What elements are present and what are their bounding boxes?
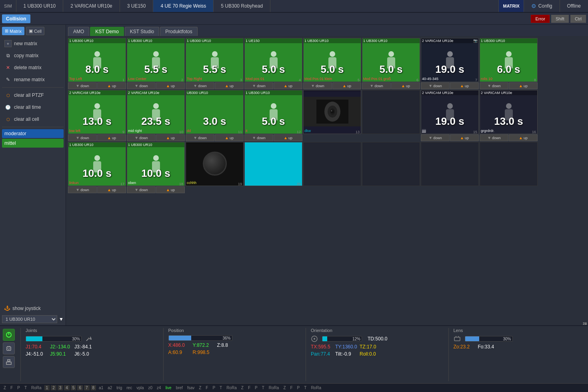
cell-15-down[interactable]: ▼ down bbox=[421, 134, 450, 141]
view-cell-btn[interactable]: ▣ Cell bbox=[26, 27, 44, 35]
robot-icon-btn[interactable] bbox=[3, 342, 15, 354]
sub-tab-produktfotos[interactable]: Produktfotos bbox=[160, 27, 197, 36]
new-matrix-btn[interactable]: + new matrix bbox=[2, 38, 64, 49]
cell-18[interactable]: 1 UB300 UR10 10.0 s oben 18 bbox=[127, 142, 185, 186]
cell-12-down[interactable]: ▼ down bbox=[244, 134, 273, 141]
cell-6[interactable]: 1 UB300 UR10 5.0 s Mod Pos 01 groß 6 bbox=[362, 38, 420, 82]
delete-matrix-btn[interactable]: ✕ delete matrix bbox=[2, 62, 64, 73]
cell-10[interactable]: 2 VARICAM UR10e 23.5 s mid right 10 bbox=[127, 90, 185, 134]
cell-7[interactable]: 2 VARICAM UR10e📷 19.0 s 40-45-345 7 bbox=[421, 38, 479, 82]
cell-4-down[interactable]: ▼ down bbox=[244, 82, 273, 89]
cell-17-up[interactable]: ▲ up bbox=[97, 186, 126, 193]
cell-1[interactable]: 1 UB300 UR10 8.0 s Top Left 1 bbox=[68, 38, 126, 82]
cell-1-up[interactable]: ▲ up bbox=[97, 82, 126, 89]
tab-config[interactable]: ⚙ Config bbox=[524, 0, 560, 12]
cell-22[interactable]: 22 bbox=[362, 142, 420, 186]
cell-21[interactable]: 21 bbox=[303, 142, 361, 186]
rename-matrix-btn[interactable]: ✎ rename matrix bbox=[2, 74, 64, 85]
lens-slider[interactable]: 30% bbox=[465, 336, 513, 342]
cell-10-up[interactable]: ▲ up bbox=[156, 134, 185, 141]
cell-7-up[interactable]: ▲ up bbox=[450, 82, 479, 89]
cell-10-down[interactable]: ▼ down bbox=[127, 134, 156, 141]
cell-11-up[interactable]: ▲ up bbox=[215, 134, 244, 141]
cell-24[interactable]: 24 bbox=[480, 142, 538, 186]
cell-15[interactable]: 2 VARICAM UR10e 19.0 s jjjjj 15 bbox=[421, 90, 479, 134]
cell-2-up[interactable]: ▲ up bbox=[156, 82, 185, 89]
cell-6-down[interactable]: ▼ down bbox=[362, 82, 391, 89]
device-dropdown[interactable]: 1 UB300 UR10 bbox=[2, 315, 57, 323]
cell-16-down[interactable]: ▼ down bbox=[480, 134, 508, 141]
tab-3[interactable]: 3 UE150 bbox=[120, 0, 154, 12]
cell-18-down[interactable]: ▼ down bbox=[127, 186, 156, 193]
down-arrow-icon: ▼ bbox=[487, 136, 491, 140]
cell-12[interactable]: 1 UB300 UR10 5.0 s it 12 bbox=[244, 90, 302, 134]
cell-12-up[interactable]: ▲ up bbox=[274, 134, 302, 141]
clear-ptzf-btn[interactable]: ⬡ clear all PTZF bbox=[2, 90, 64, 101]
cell-5-down[interactable]: ▼ down bbox=[303, 82, 332, 89]
cell-15-up[interactable]: ▲ up bbox=[450, 134, 479, 141]
clear-cell-btn[interactable]: ⬡ clear all cell bbox=[2, 114, 64, 125]
cell-9-up[interactable]: ▲ up bbox=[97, 134, 126, 141]
sub-tab-amo[interactable]: AMO bbox=[68, 27, 89, 36]
cell-8-down[interactable]: ▼ down bbox=[480, 82, 508, 89]
tab-4[interactable]: 4 UE 70 Regie Weiss bbox=[153, 0, 214, 12]
lens-icon bbox=[454, 335, 461, 342]
mittel-item[interactable]: mittel bbox=[2, 139, 64, 148]
cell-3-up[interactable]: ▲ up bbox=[215, 82, 244, 89]
cell-16[interactable]: 2 VARICAM UR10e 13.0 s grgrdrdr. 16 bbox=[480, 90, 538, 134]
error-button[interactable]: Error bbox=[531, 15, 549, 23]
cell-20[interactable]: 20 bbox=[244, 142, 302, 186]
tab-sim[interactable]: SIM bbox=[0, 0, 16, 12]
cell-9[interactable]: 2 VARICAM UR10e 13.0 s low left 9 bbox=[68, 90, 126, 134]
status-f1: F bbox=[9, 385, 14, 390]
cell-23[interactable]: 23 bbox=[421, 142, 479, 186]
cell-14[interactable]: 14 bbox=[362, 90, 420, 134]
sub-tab-kst-studio[interactable]: KST Studio bbox=[125, 27, 159, 36]
cell-17-down[interactable]: ▼ down bbox=[68, 186, 97, 193]
cell-9-down[interactable]: ▼ down bbox=[68, 134, 97, 141]
clear-time-btn[interactable]: 🕐 clear all time bbox=[2, 102, 64, 113]
cell-16-up[interactable]: ▲ up bbox=[509, 134, 538, 141]
cell-19[interactable]: cchhh 19 bbox=[186, 142, 244, 186]
moderator-item[interactable]: moderator bbox=[2, 129, 64, 138]
grid-container: 1 UB300 UR10 8.0 s Top Left 1 ▼ down ▲ u… bbox=[66, 36, 588, 196]
cell-7-down[interactable]: ▼ down bbox=[421, 82, 450, 89]
cell-11[interactable]: UB300 UR10 3.0 s dd 11 bbox=[186, 90, 244, 134]
cell-2-down[interactable]: ▼ down bbox=[127, 82, 156, 89]
device-selector[interactable]: 1 UB300 UR10 ▼ bbox=[2, 315, 64, 323]
cell-3[interactable]: 1 UB300 UR10 5.5 s Top Right 3 bbox=[186, 38, 244, 82]
cell-8-up[interactable]: ▲ up bbox=[509, 82, 538, 89]
cell-17[interactable]: 1 UB300 UR10 10.0 s linkun 17 bbox=[68, 142, 126, 186]
show-joystick-btn[interactable]: 🕹 show joystick bbox=[2, 303, 64, 314]
tab-1[interactable]: 1 UB300 UR10 bbox=[16, 0, 64, 12]
collision-badge[interactable]: Collision bbox=[2, 14, 30, 23]
cell-2[interactable]: 1 UB300 UR10 5.5 s Low Center 2 bbox=[127, 38, 185, 82]
cell-3-down[interactable]: ▼ down bbox=[186, 82, 214, 89]
copy-matrix-btn[interactable]: ⧉ copy matrix bbox=[2, 50, 64, 61]
cell-18-up[interactable]: ▲ up bbox=[156, 186, 185, 193]
power-icon-btn[interactable] bbox=[3, 329, 15, 341]
tab-offline[interactable]: Offline bbox=[560, 0, 588, 12]
sub-tab-kst-demo[interactable]: KST Demo bbox=[90, 27, 124, 36]
ctrl-button[interactable]: Ctrl bbox=[570, 15, 586, 23]
cell-11-down[interactable]: ▼ down bbox=[186, 134, 214, 141]
cell-13[interactable]: dkw 13 bbox=[303, 90, 361, 134]
cell-4[interactable]: 1 UE150 5.0 s Mod pos 01 4 bbox=[244, 38, 302, 82]
tab-2[interactable]: 2 VARICAM UR10e bbox=[63, 0, 120, 12]
cell-1-down[interactable]: ▼ down bbox=[68, 82, 97, 89]
settings-icon-btn[interactable] bbox=[3, 356, 15, 368]
orientation-slider[interactable]: 12% bbox=[322, 336, 362, 342]
cell-4-up[interactable]: ▲ up bbox=[274, 82, 302, 89]
cell-wrapper-9: 2 VARICAM UR10e 13.0 s low left 9 ▼ down… bbox=[68, 90, 126, 141]
tab-matrix[interactable]: MATRIX bbox=[498, 0, 523, 12]
view-matrix-btn[interactable]: ⊞ Matrix bbox=[2, 27, 24, 35]
cell-5-up[interactable]: ▲ up bbox=[332, 82, 361, 89]
status-t4: T bbox=[302, 385, 308, 390]
cell-5[interactable]: 1 UB300 UR10 5.0 s Mod Pos 01 klein 5 bbox=[303, 38, 361, 82]
cell-6-up[interactable]: ▲ up bbox=[391, 82, 420, 89]
shift-button[interactable]: Shift bbox=[551, 15, 569, 23]
cell-8[interactable]: 1 UB300 UR10 6.0 s rolis 10 8 bbox=[480, 38, 538, 82]
position-slider[interactable]: 36% bbox=[168, 335, 232, 341]
joints-slider[interactable]: 30% bbox=[26, 336, 82, 342]
tab-5[interactable]: 5 UB300 Robyhead bbox=[214, 0, 270, 12]
